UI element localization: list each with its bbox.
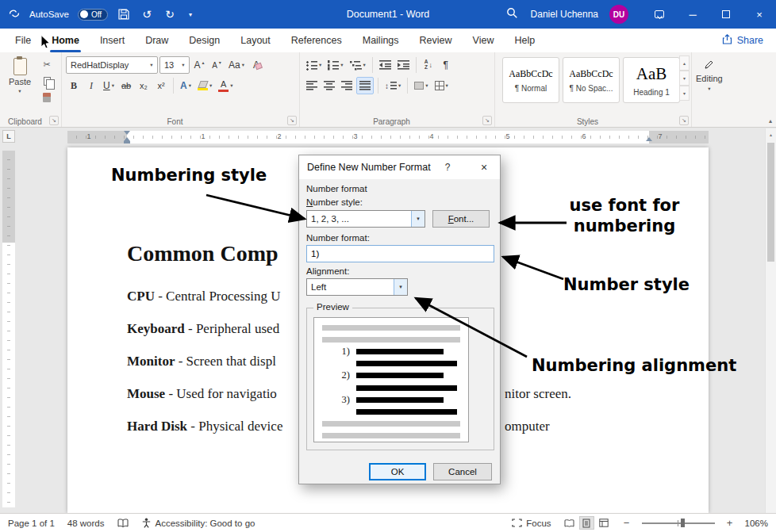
save-button[interactable] <box>117 6 131 22</box>
ok-button[interactable]: OK <box>369 463 426 480</box>
align-right-button[interactable] <box>339 77 355 94</box>
tab-review[interactable]: Review <box>409 29 463 52</box>
cut-button[interactable]: ✂ <box>38 57 56 71</box>
underline-button[interactable]: U▾ <box>101 77 117 94</box>
horizontal-ruler[interactable]: 1 1 2 3 4 5 6 7 <box>67 131 709 144</box>
vertical-ruler[interactable] <box>2 151 15 507</box>
styles-scroll-up-button[interactable]: ▴ <box>679 55 690 71</box>
text-effects-button[interactable]: A▾ <box>178 77 194 94</box>
first-line-indent-marker[interactable] <box>124 131 130 135</box>
proofing-button[interactable] <box>117 519 129 528</box>
undo-button[interactable]: ↺ <box>140 6 154 22</box>
shading-button[interactable]: ▾ <box>412 77 430 94</box>
borders-button[interactable]: ▾ <box>432 77 451 94</box>
qat-customize-button[interactable]: ▾ <box>186 6 195 22</box>
tab-selector[interactable]: L <box>2 130 15 143</box>
focus-button[interactable]: Focus <box>512 519 551 528</box>
tab-help[interactable]: Help <box>504 29 545 52</box>
font-color-button[interactable]: A▾ <box>216 77 235 94</box>
italic-button[interactable]: I <box>83 77 99 94</box>
align-center-button[interactable] <box>321 77 337 94</box>
avatar[interactable]: DU <box>609 5 628 24</box>
collapse-ribbon-button[interactable]: ▴ <box>769 117 772 124</box>
tab-insert[interactable]: Insert <box>90 29 135 52</box>
web-layout-button[interactable] <box>597 516 612 530</box>
page-indicator[interactable]: Page 1 of 1 <box>8 519 55 528</box>
sort-button[interactable]: AZ↓ <box>421 56 436 74</box>
style-normal[interactable]: AaBbCcDc ¶ Normal <box>502 57 559 103</box>
focus-icon <box>512 519 522 527</box>
copy-button[interactable] <box>38 74 56 88</box>
zoom-percentage[interactable]: 106% <box>745 519 768 528</box>
paragraph-dialog-launcher[interactable]: ↘ <box>482 116 492 125</box>
bullets-button[interactable]: ▾ <box>304 56 324 74</box>
highlight-button[interactable]: ▾ <box>195 77 214 94</box>
decrease-indent-button[interactable] <box>377 56 394 74</box>
paste-button[interactable]: Paste ▾ <box>4 55 36 105</box>
user-name[interactable]: Daniel Uchenna <box>531 9 598 20</box>
tab-design[interactable]: Design <box>179 29 230 52</box>
close-button[interactable]: × <box>743 0 776 29</box>
redo-button[interactable]: ↻ <box>163 6 177 22</box>
editing-button[interactable]: Editing ▾ <box>696 55 723 92</box>
bold-button[interactable]: B <box>66 77 82 94</box>
zoom-in-button[interactable]: + <box>725 517 735 529</box>
line-spacing-button[interactable]: ↕▾ <box>382 77 403 94</box>
dialog-close-button[interactable]: × <box>473 159 495 176</box>
tab-layout[interactable]: Layout <box>230 29 281 52</box>
numbering-button[interactable]: ▾ <box>325 56 345 74</box>
style-heading-1[interactable]: AaB Heading 1 <box>623 57 680 103</box>
increase-indent-button[interactable] <box>395 56 412 74</box>
multilevel-list-button[interactable]: ▾ <box>348 56 368 74</box>
tab-draw[interactable]: Draw <box>135 29 179 52</box>
tab-home[interactable]: Home <box>41 29 90 52</box>
cancel-button[interactable]: Cancel <box>433 463 492 480</box>
styles-scroll-down-button[interactable]: ▾ <box>679 71 690 86</box>
number-style-select[interactable]: 1, 2, 3, ... ▾ <box>306 210 425 228</box>
clipboard-dialog-launcher[interactable]: ↘ <box>49 116 59 125</box>
styles-dialog-launcher[interactable]: ↘ <box>679 116 689 125</box>
minimize-button[interactable]: ─ <box>676 0 709 29</box>
shrink-font-button[interactable]: A▾ <box>209 56 225 74</box>
dialog-help-button[interactable]: ? <box>441 162 454 173</box>
scroll-up-icon[interactable]: ▴ <box>766 128 776 140</box>
word-count[interactable]: 48 words <box>67 519 105 528</box>
print-layout-button[interactable] <box>579 516 594 530</box>
share-button[interactable]: Share <box>709 29 776 52</box>
zoom-out-button[interactable]: − <box>622 517 632 529</box>
style-no-spacing[interactable]: AaBbCcDc ¶ No Spac... <box>563 57 620 103</box>
alignment-select[interactable]: Left ▾ <box>306 278 408 296</box>
styles-more-button[interactable]: ▾ <box>679 86 690 101</box>
superscript-button[interactable]: x² <box>153 77 169 94</box>
number-format-input[interactable] <box>306 245 494 262</box>
right-indent-marker[interactable] <box>646 137 652 141</box>
autosave-toggle[interactable]: Off <box>78 9 108 21</box>
accessibility-status[interactable]: Accessibility: Good to go <box>141 518 255 528</box>
ribbon-display-options-button[interactable] <box>643 0 676 29</box>
strikethrough-button[interactable]: ab <box>118 77 134 94</box>
left-indent-marker[interactable] <box>124 141 130 144</box>
change-case-button[interactable]: Aa▾ <box>226 56 247 74</box>
tab-file[interactable]: File <box>5 29 41 52</box>
subscript-button[interactable]: x₂ <box>136 77 152 94</box>
format-painter-button[interactable] <box>38 90 56 105</box>
vertical-scrollbar[interactable]: ▴ <box>765 128 776 513</box>
tab-mailings[interactable]: Mailings <box>352 29 409 52</box>
zoom-slider[interactable] <box>642 518 715 529</box>
maximize-button[interactable] <box>709 0 743 29</box>
zoom-slider-thumb[interactable] <box>681 519 685 527</box>
justify-button[interactable] <box>356 77 374 94</box>
clear-formatting-button[interactable]: A <box>248 56 264 74</box>
font-name-select[interactable]: RedHatDisplay ▾ <box>66 56 158 74</box>
read-mode-button[interactable] <box>562 516 577 530</box>
grow-font-button[interactable]: A▴ <box>191 56 207 74</box>
font-dialog-launcher[interactable]: ↘ <box>287 116 297 125</box>
font-size-select[interactable]: 13 ▾ <box>159 56 190 74</box>
show-hide-marks-button[interactable]: ¶ <box>438 56 454 74</box>
font-button[interactable]: Font... <box>432 210 490 228</box>
align-left-button[interactable] <box>304 77 320 94</box>
tab-references[interactable]: References <box>281 29 352 52</box>
tab-view[interactable]: View <box>463 29 505 52</box>
scrollbar-thumb[interactable] <box>767 143 774 262</box>
search-icon[interactable] <box>501 7 524 21</box>
